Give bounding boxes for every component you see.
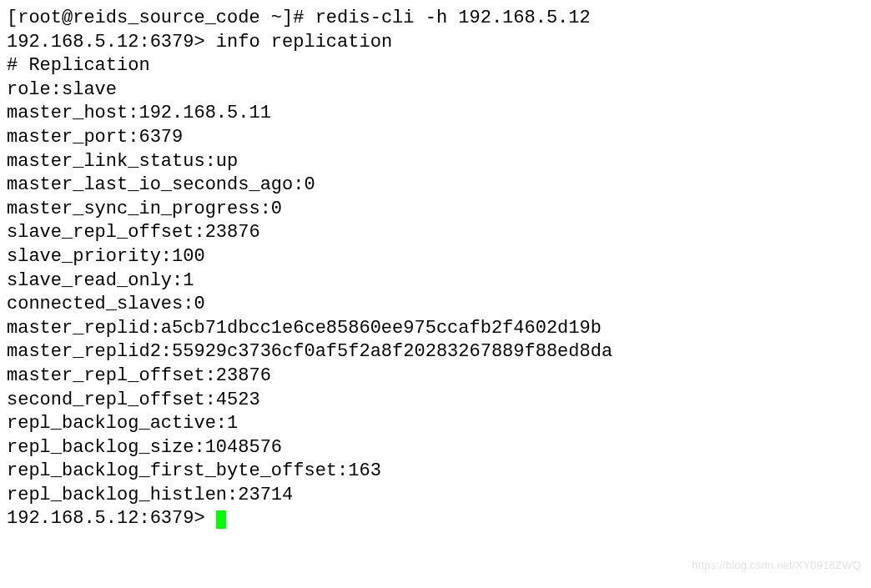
output-line: slave_repl_offset:23876 xyxy=(7,221,864,245)
output-line: repl_backlog_histlen:23714 xyxy=(7,484,864,508)
redis-prompt: 192.168.5.12:6379> xyxy=(7,32,216,53)
output-line: master_host:192.168.5.11 xyxy=(7,102,864,126)
output-line: connected_slaves:0 xyxy=(7,293,864,317)
output-line: slave_priority:100 xyxy=(7,245,864,269)
redis-prompt-line[interactable]: 192.168.5.12:6379> xyxy=(7,507,864,531)
output-line: role:slave xyxy=(7,78,864,103)
shell-prompt: [root@reids_source_code ~]# xyxy=(7,8,315,28)
redis-line: 192.168.5.12:6379> info replication xyxy=(7,31,864,55)
section-header: # Replication xyxy=(7,54,864,78)
shell-line: [root@reids_source_code ~]# redis-cli -h… xyxy=(7,7,864,31)
watermark: https://blog.csdn.net/XY0918ZWQ xyxy=(692,559,861,573)
output-line: master_repl_offset:23876 xyxy=(7,364,864,389)
cursor-icon xyxy=(216,510,226,529)
output-line: second_repl_offset:4523 xyxy=(7,389,864,413)
output-line: master_port:6379 xyxy=(7,126,864,150)
redis-command: info replication xyxy=(216,32,392,53)
shell-command: redis-cli -h 192.168.5.12 xyxy=(315,8,591,28)
output-line: master_replid:a5cb71dbcc1e6ce85860ee975c… xyxy=(7,317,864,341)
output-line: repl_backlog_active:1 xyxy=(7,412,864,436)
output-line: slave_read_only:1 xyxy=(7,269,864,294)
output-line: repl_backlog_first_byte_offset:163 xyxy=(7,460,864,484)
output-line: repl_backlog_size:1048576 xyxy=(7,436,864,460)
output-line: master_sync_in_progress:0 xyxy=(7,198,864,222)
terminal-output: [root@reids_source_code ~]# redis-cli -h… xyxy=(7,7,864,531)
redis-prompt: 192.168.5.12:6379> xyxy=(7,508,216,529)
output-line: master_last_io_seconds_ago:0 xyxy=(7,173,864,198)
output-line: master_replid2:55929c3736cf0af5f2a8f2028… xyxy=(7,340,864,364)
output-line: master_link_status:up xyxy=(7,150,864,174)
